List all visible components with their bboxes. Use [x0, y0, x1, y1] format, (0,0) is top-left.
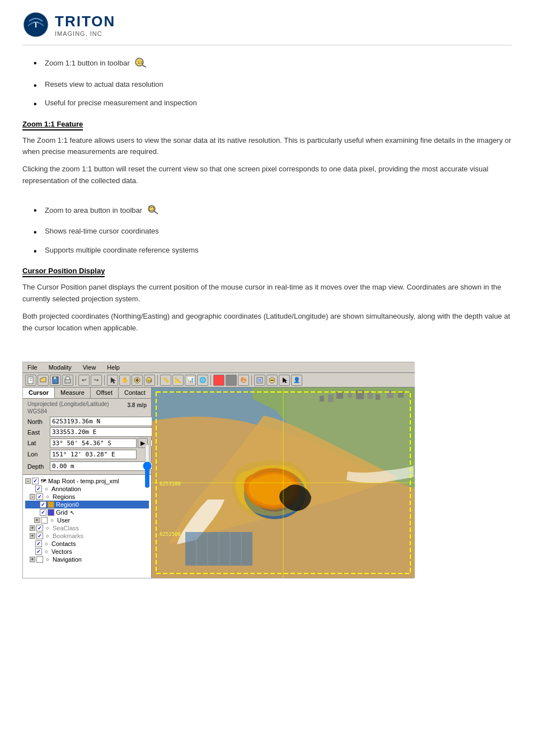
- software-screenshot: File Modality View Help: [22, 362, 414, 578]
- zoom-area-icon: [147, 204, 159, 218]
- section2-desc: The Cursor Position panel displays the c…: [22, 282, 512, 305]
- east-input[interactable]: [50, 427, 157, 437]
- tb-person-btn[interactable]: 👤: [291, 375, 302, 386]
- bullet-text-6: Supports multiple coordinate reference s…: [45, 246, 199, 254]
- tree-cb-vectors[interactable]: ✓: [35, 548, 42, 555]
- menu-bar[interactable]: File Modality View Help: [23, 362, 415, 373]
- depth-input[interactable]: [50, 461, 148, 471]
- tb-zoom-fit-btn[interactable]: [254, 375, 265, 386]
- bullet-item-6: Supports multiple coordinate reference s…: [34, 245, 512, 256]
- tree-cb-regions[interactable]: ✓: [36, 493, 43, 500]
- tree-cb-region0[interactable]: ✓: [40, 501, 46, 508]
- tree-row-regions[interactable]: - ✓ ○ Regions: [25, 493, 149, 501]
- svg-rect-32: [376, 394, 380, 400]
- section1-underline: Zoom 1:1 Feature: [22, 120, 83, 130]
- tb-zoom-11-btn[interactable]: 1:1: [144, 375, 155, 386]
- north-input[interactable]: [50, 417, 157, 426]
- menu-help[interactable]: Help: [105, 363, 122, 371]
- tab-bar[interactable]: Cursor Measure Offset Contact: [23, 388, 151, 399]
- tb-pan-btn[interactable]: ✋: [119, 375, 130, 386]
- tree-row-region0[interactable]: ✓ Region0: [25, 501, 149, 508]
- svg-text:6253100: 6253100: [160, 481, 181, 487]
- tb-redo-btn[interactable]: ↪: [91, 375, 102, 386]
- lon-input[interactable]: [50, 450, 137, 459]
- layer-tree[interactable]: - ✓ 🗺 Map Root - temp.proj_xml ✓ ○ Annot…: [23, 475, 151, 578]
- tb-measure-btn[interactable]: 📏: [160, 375, 171, 386]
- tree-cb-navigation[interactable]: [36, 556, 43, 563]
- tree-label-regions: Regions: [53, 493, 75, 500]
- vectors-icon: ○: [43, 548, 50, 555]
- tree-row-bookmarks[interactable]: + ✓ ○ Bookmarks: [25, 532, 149, 540]
- tab-contact[interactable]: Contact: [119, 388, 152, 398]
- bullet-item-2: Resets view to actual data resolution: [34, 79, 512, 90]
- region0-color-sq: [48, 501, 54, 508]
- tab-offset[interactable]: Offset: [91, 388, 119, 398]
- tab-cursor[interactable]: Cursor: [23, 388, 55, 398]
- toolbar[interactable]: ↩ ↪ ✋ 1:1 📏 📐 📊 🌐: [23, 373, 415, 388]
- tree-row-annotation[interactable]: ✓ ○ Annotation: [25, 485, 149, 493]
- tb-open-btn[interactable]: [38, 375, 49, 386]
- tree-cb-contacts[interactable]: ✓: [35, 540, 42, 547]
- svg-text:T: T: [34, 20, 39, 29]
- sw-ui[interactable]: File Modality View Help: [23, 362, 415, 578]
- bullet-text-5: Shows real-time cursor coordinates: [45, 227, 159, 235]
- tree-expand-regions[interactable]: -: [30, 494, 35, 500]
- tb-color1-btn[interactable]: [213, 375, 224, 386]
- tree-label-contacts: Contacts: [51, 540, 76, 547]
- tree-row-user[interactable]: + ○ User: [25, 516, 149, 524]
- map-svg: 6253100 6252500: [152, 388, 415, 578]
- bullet-item-5: Shows real-time cursor coordinates: [34, 226, 512, 237]
- tb-new-btn[interactable]: [25, 375, 36, 386]
- tree-cb-map-root[interactable]: ✓: [32, 478, 39, 484]
- svg-rect-12: [54, 377, 56, 379]
- map-area[interactable]: 6253100 6252500: [152, 388, 415, 578]
- svg-rect-14: [66, 377, 69, 380]
- vertical-slider[interactable]: [143, 444, 152, 488]
- grid-color-sq: [48, 509, 54, 516]
- lon-row: Lon ▶: [27, 449, 157, 459]
- tree-expand-navigation[interactable]: +: [30, 557, 35, 562]
- menu-file[interactable]: File: [25, 363, 40, 371]
- tb-print-btn[interactable]: [62, 375, 73, 386]
- projection-label: Unprojected (Longitude/Latitude): [27, 401, 109, 407]
- tree-row-seaclass[interactable]: + ✓ ○ SeaClass: [25, 524, 149, 532]
- tb-ruler-btn[interactable]: 📐: [172, 375, 184, 386]
- svg-line-3: [142, 65, 146, 67]
- svg-text:1:1: 1:1: [148, 379, 152, 382]
- annotation-icon: ○: [43, 486, 50, 492]
- tree-expand-map-root[interactable]: -: [25, 478, 31, 484]
- tree-expand-bookmarks[interactable]: +: [30, 533, 35, 539]
- tb-globe-btn[interactable]: 🌐: [197, 375, 208, 386]
- tb-color2-btn[interactable]: [226, 375, 237, 386]
- tb-palette-btn[interactable]: 🎨: [238, 375, 249, 386]
- tree-row-grid[interactable]: ✓ Grid ↖: [25, 508, 149, 516]
- tb-zoom-out-btn[interactable]: [266, 375, 278, 386]
- tb-cursor-btn[interactable]: [279, 375, 290, 386]
- menu-modality[interactable]: Modality: [46, 363, 74, 371]
- tree-cb-seaclass[interactable]: ✓: [36, 525, 43, 531]
- tb-save-btn[interactable]: [50, 375, 61, 386]
- tb-chart-btn[interactable]: 📊: [185, 375, 196, 386]
- cursor-here-icon: ↖: [70, 510, 74, 516]
- tree-cb-annotation[interactable]: ✓: [35, 486, 42, 492]
- svg-rect-27: [328, 394, 334, 402]
- tab-measure[interactable]: Measure: [55, 388, 91, 398]
- tree-cb-user[interactable]: [41, 517, 48, 524]
- tb-zoom-in-btn[interactable]: [132, 375, 143, 386]
- tree-expand-user[interactable]: +: [34, 517, 40, 523]
- tree-row-map-root[interactable]: - ✓ 🗺 Map Root - temp.proj_xml: [25, 477, 149, 485]
- bullet-item-1: Zoom 1:1 button in toolbar 1:1: [34, 57, 512, 71]
- lat-input[interactable]: [50, 438, 137, 448]
- tree-row-contacts[interactable]: ✓ ○ Contacts: [25, 540, 149, 548]
- lon-label: Lon: [27, 451, 50, 458]
- tree-row-vectors[interactable]: ✓ ○ Vectors: [25, 548, 149, 556]
- menu-view[interactable]: View: [81, 363, 99, 371]
- tb-select-btn[interactable]: [107, 375, 118, 386]
- east-row: East: [27, 427, 157, 437]
- tb-undo-btn[interactable]: ↩: [78, 375, 90, 386]
- tree-cb-grid[interactable]: ✓: [40, 509, 46, 516]
- tree-cb-bookmarks[interactable]: ✓: [36, 533, 43, 539]
- svg-text:1:1: 1:1: [138, 60, 143, 64]
- tree-row-navigation[interactable]: + ○ Navigation: [25, 556, 149, 563]
- tree-expand-seaclass[interactable]: +: [30, 525, 35, 531]
